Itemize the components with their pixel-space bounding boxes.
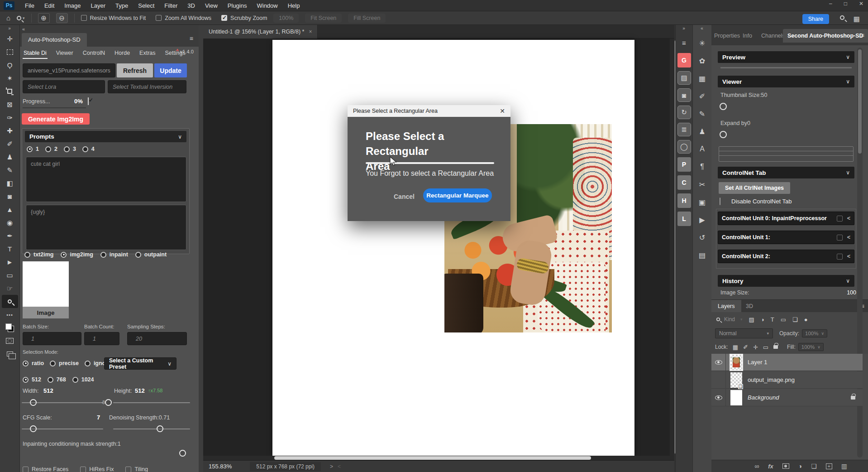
- libraries-panel-icon[interactable]: ▣: [695, 195, 710, 209]
- expand-strip-icon[interactable]: »: [682, 25, 686, 32]
- tool-rectangular-marquee-tool[interactable]: [2, 45, 18, 58]
- zoom-in-button[interactable]: ⊕: [38, 13, 50, 23]
- cfg-slider-knob[interactable]: [30, 425, 37, 432]
- timeline-panel-icon[interactable]: ↺: [695, 231, 710, 244]
- snapshot-panel-icon[interactable]: ◙: [677, 88, 691, 102]
- viewer-listbox[interactable]: [719, 146, 854, 162]
- textual-inversion-field[interactable]: Select Textual Inversion: [108, 80, 186, 93]
- layer-filter-kind[interactable]: Kind: [724, 316, 735, 323]
- layer-thumbnail[interactable]: [730, 372, 742, 388]
- collapse-strip-icon[interactable]: «: [701, 25, 704, 32]
- opacity-value[interactable]: 100%∨: [802, 329, 827, 337]
- height-slider[interactable]: [113, 402, 190, 403]
- option-zoom-all-windows[interactable]: Zoom All Windows: [156, 15, 211, 21]
- radio-1024[interactable]: 1024: [72, 376, 94, 383]
- menu-3d[interactable]: 3D: [182, 2, 200, 9]
- width-slider-knob[interactable]: [30, 399, 37, 406]
- prompts-header[interactable]: Prompts∨: [25, 131, 186, 142]
- preview-section-header[interactable]: Preview∨: [718, 51, 854, 63]
- plugin-tab-stable-di[interactable]: Stable Di: [24, 50, 47, 58]
- status-zoom-level[interactable]: 155.83%: [209, 463, 232, 470]
- filter-pixel-icon[interactable]: ▨: [749, 316, 754, 323]
- tool-presets-panel-icon[interactable]: ✂: [695, 178, 710, 191]
- height-slider-knob[interactable]: [105, 399, 112, 406]
- lock-transparency-icon[interactable]: ▦: [733, 344, 738, 351]
- controlnet-section-header[interactable]: ControlNet Tab∨: [718, 167, 854, 178]
- tool-history-brush-tool[interactable]: ✎: [2, 164, 18, 177]
- tool-blur-tool[interactable]: ▲: [2, 203, 18, 216]
- unit-checkbox[interactable]: [837, 235, 843, 241]
- radio-txt2img[interactable]: txt2img: [24, 251, 53, 258]
- search-icon[interactable]: [840, 15, 844, 20]
- controlnet-unit-2[interactable]: ControlNet Unit 2:<: [718, 250, 854, 263]
- generate-badge[interactable]: G: [677, 53, 691, 67]
- lock-position-icon[interactable]: ✛: [753, 344, 758, 351]
- menu-view[interactable]: View: [200, 2, 223, 9]
- zoom-tool-preset[interactable]: ▾: [17, 16, 25, 20]
- batch-sizeinput[interactable]: 1: [23, 332, 81, 345]
- tool-path-selection-tool[interactable]: ►: [2, 255, 18, 269]
- batch-countinput[interactable]: 1: [84, 332, 119, 345]
- c-badge[interactable]: C: [677, 175, 691, 190]
- canvas[interactable]: [272, 40, 634, 456]
- thumbnail-size-knob[interactable]: [720, 103, 727, 110]
- collapse-panel-icon[interactable]: «: [22, 26, 25, 32]
- controlnet-unit-1[interactable]: ControlNet Unit 1:<: [718, 231, 854, 244]
- plugin-tab-horde[interactable]: Horde: [114, 50, 130, 58]
- brush-settings-panel-icon[interactable]: ✎: [695, 107, 710, 120]
- cancel-button[interactable]: Cancel: [387, 190, 421, 203]
- lock-artboard-icon[interactable]: ▭: [763, 344, 768, 351]
- h-badge[interactable]: H: [677, 193, 691, 208]
- layer-comps-panel-icon[interactable]: ▤: [695, 248, 710, 262]
- plugin-tab-viewer[interactable]: Viewer: [56, 50, 73, 58]
- tool-lasso-tool[interactable]: Ϙ: [2, 58, 18, 72]
- tab-3d[interactable]: 3D: [739, 300, 759, 313]
- tab-second-auto-photoshop-sd[interactable]: Second Auto-Photoshop-SD: [783, 29, 868, 43]
- layer-row-background[interactable]: Background: [711, 389, 863, 406]
- panel-menu-icon[interactable]: ≡: [677, 36, 691, 49]
- tool-type-tool[interactable]: T: [2, 242, 18, 255]
- actions-panel-icon[interactable]: ▶: [695, 213, 710, 226]
- tool-eraser-tool[interactable]: ◧: [2, 177, 18, 190]
- panel-menu-icon[interactable]: ≡: [861, 32, 864, 39]
- visibility-toggle[interactable]: [711, 354, 726, 371]
- home-icon[interactable]: ⌂: [6, 14, 10, 21]
- vertical-scrollbar[interactable]: [670, 39, 674, 460]
- radio-ratio[interactable]: ratio: [23, 360, 44, 366]
- unit-checkbox[interactable]: [837, 216, 843, 222]
- menu-layer[interactable]: Layer: [86, 2, 111, 9]
- swatches-panel-icon[interactable]: ▦: [695, 72, 710, 85]
- filter-shape-icon[interactable]: ▭: [781, 316, 786, 323]
- tool-frame-tool[interactable]: ⊠: [2, 98, 18, 111]
- share-button[interactable]: Share: [802, 14, 829, 24]
- generate-img2img-button[interactable]: Generate Img2Img: [22, 113, 90, 125]
- denoise-slider[interactable]: [113, 429, 190, 429]
- brushes-panel-icon[interactable]: ✐: [695, 89, 710, 103]
- checkbox[interactable]: [81, 15, 87, 21]
- negative-prompt-input[interactable]: {ugly}: [26, 205, 186, 250]
- option-hires-fix[interactable]: HiRes Fix: [80, 466, 114, 472]
- radio-512[interactable]: 512: [23, 376, 41, 383]
- expand-toolbar-icon[interactable]: »: [8, 25, 11, 32]
- horizontal-scrollbar[interactable]: [203, 456, 670, 460]
- tool-shape-tool[interactable]: ▭: [2, 269, 18, 282]
- character-panel-icon[interactable]: A: [695, 142, 710, 156]
- checkbox[interactable]: [221, 15, 227, 21]
- menu-select[interactable]: Select: [133, 2, 159, 9]
- tool-eyedropper-tool[interactable]: ✑: [2, 111, 18, 124]
- radio-4[interactable]: 4: [82, 146, 95, 152]
- selection-panel-icon[interactable]: ◯: [677, 140, 691, 154]
- tool-dodge-tool[interactable]: ◉: [2, 216, 18, 229]
- layer-style-icon[interactable]: fx: [768, 463, 773, 469]
- progress-checkbox[interactable]: [88, 97, 89, 105]
- status-document-size[interactable]: 512 px x 768 px (72 ppi): [250, 462, 321, 471]
- menu-window[interactable]: Window: [252, 2, 282, 9]
- clone-source-panel-icon[interactable]: ♟: [695, 125, 710, 138]
- radio-img2img[interactable]: img2img: [61, 251, 93, 258]
- expand-by-knob[interactable]: [720, 131, 727, 138]
- layer-thumbnail[interactable]: [730, 390, 742, 405]
- tool-color-controls[interactable]: [2, 321, 18, 334]
- tab-layers[interactable]: Layers: [711, 300, 741, 313]
- color-panel-icon[interactable]: ✿: [695, 54, 710, 67]
- option-tiling[interactable]: Tiling: [125, 466, 148, 472]
